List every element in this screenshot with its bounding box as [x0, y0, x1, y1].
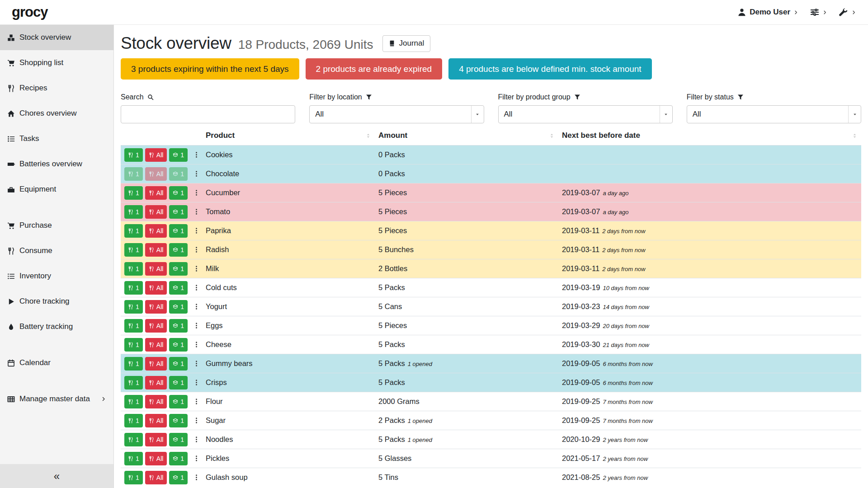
sidebar-item-chores-overview[interactable]: Chores overview [0, 101, 113, 126]
journal-button[interactable]: Journal [382, 35, 430, 52]
row-menu-button[interactable] [193, 341, 200, 348]
consume-one-button[interactable]: 1 [124, 433, 143, 446]
expired-alert-button[interactable]: 2 products are already expired [306, 58, 443, 80]
app-logo[interactable]: grocy [12, 4, 47, 20]
consume-all-button[interactable]: All [145, 281, 167, 295]
expiring-alert-button[interactable]: 3 products expiring within the next 5 da… [121, 58, 299, 80]
open-one-button[interactable]: 1 [169, 376, 188, 389]
row-menu-button[interactable] [193, 208, 200, 215]
row-menu-button[interactable] [193, 246, 200, 253]
row-menu-button[interactable] [193, 455, 200, 462]
consume-all-button[interactable]: All [145, 148, 167, 162]
consume-one-button[interactable]: 1 [124, 357, 143, 371]
row-menu-button[interactable] [193, 417, 200, 424]
settings-menu[interactable] [810, 8, 827, 17]
product-group-select[interactable]: All [498, 105, 673, 123]
consume-one-button[interactable]: 1 [124, 395, 143, 408]
consume-one-button[interactable]: 1 [124, 338, 143, 352]
sidebar-item-equipment[interactable]: Equipment [0, 177, 113, 202]
consume-one-button[interactable]: 1 [124, 300, 143, 314]
open-one-button[interactable]: 1 [169, 452, 188, 465]
open-one-button[interactable]: 1 [169, 205, 188, 219]
open-one-button[interactable]: 1 [169, 281, 188, 295]
open-one-button[interactable]: 1 [169, 262, 188, 276]
consume-all-button[interactable]: All [145, 243, 167, 257]
open-one-button[interactable]: 1 [169, 471, 188, 484]
open-one-button[interactable]: 1 [169, 338, 188, 352]
consume-all-button[interactable]: All [145, 357, 167, 371]
consume-one-button[interactable]: 1 [124, 148, 143, 162]
sidebar-item-chore-tracking[interactable]: Chore tracking [0, 289, 113, 314]
row-menu-button[interactable] [193, 303, 200, 310]
open-one-button[interactable]: 1 [169, 433, 188, 446]
consume-all-button[interactable]: All [145, 471, 167, 484]
open-one-button[interactable]: 1 [169, 186, 188, 200]
consume-one-button[interactable]: 1 [124, 471, 143, 484]
date-column-header[interactable]: Next best before date [558, 126, 861, 145]
consume-all-button[interactable]: All [145, 338, 167, 352]
sidebar-item-tasks[interactable]: Tasks [0, 126, 113, 151]
sidebar-item-stock-overview[interactable]: Stock overview [0, 25, 113, 50]
open-one-button[interactable]: 1 [169, 148, 188, 162]
sidebar-item-consume[interactable]: Consume [0, 238, 113, 263]
open-one-button[interactable]: 1 [169, 167, 188, 181]
consume-all-button[interactable]: All [145, 376, 167, 389]
row-menu-button[interactable] [193, 265, 200, 272]
consume-all-button[interactable]: All [145, 167, 167, 181]
consume-all-button[interactable]: All [145, 205, 167, 219]
consume-one-button[interactable]: 1 [124, 186, 143, 200]
open-one-button[interactable]: 1 [169, 224, 188, 238]
consume-one-button[interactable]: 1 [124, 376, 143, 389]
consume-all-button[interactable]: All [145, 414, 167, 427]
open-one-button[interactable]: 1 [169, 319, 188, 333]
sidebar-item-calendar[interactable]: Calendar [0, 350, 113, 375]
consume-one-button[interactable]: 1 [124, 452, 143, 465]
product-column-header[interactable]: Product [202, 126, 375, 145]
sidebar-item-battery-tracking[interactable]: Battery tracking [0, 314, 113, 339]
consume-one-button[interactable]: 1 [124, 262, 143, 276]
open-one-button[interactable]: 1 [169, 414, 188, 427]
consume-all-button[interactable]: All [145, 224, 167, 238]
location-select[interactable]: All [309, 105, 484, 123]
below-min-stock-alert-button[interactable]: 4 products are below defined min. stock … [448, 58, 651, 80]
row-menu-button[interactable] [193, 360, 200, 367]
sidebar-item-batteries-overview[interactable]: Batteries overview [0, 151, 113, 177]
consume-one-button[interactable]: 1 [124, 243, 143, 257]
open-one-button[interactable]: 1 [169, 357, 188, 371]
amount-column-header[interactable]: Amount [375, 126, 558, 145]
consume-one-button[interactable]: 1 [124, 281, 143, 295]
row-menu-button[interactable] [193, 151, 200, 158]
consume-all-button[interactable]: All [145, 186, 167, 200]
consume-all-button[interactable]: All [145, 262, 167, 276]
sidebar-item-manage-master-data[interactable]: Manage master data [0, 386, 113, 412]
row-menu-button[interactable] [193, 189, 200, 196]
consume-all-button[interactable]: All [145, 319, 167, 333]
row-menu-button[interactable] [193, 436, 200, 443]
sidebar-item-recipes[interactable]: Recipes [0, 75, 113, 101]
row-menu-button[interactable] [193, 474, 200, 481]
consume-one-button[interactable]: 1 [124, 224, 143, 238]
consume-one-button[interactable]: 1 [124, 319, 143, 333]
open-one-button[interactable]: 1 [169, 395, 188, 408]
consume-one-button[interactable]: 1 [124, 205, 143, 219]
consume-all-button[interactable]: All [145, 433, 167, 446]
sidebar-item-shopping-list[interactable]: Shopping list [0, 50, 113, 75]
sidebar-item-inventory[interactable]: Inventory [0, 263, 113, 289]
sidebar-item-purchase[interactable]: Purchase [0, 213, 113, 238]
open-one-button[interactable]: 1 [169, 300, 188, 314]
row-menu-button[interactable] [193, 284, 200, 291]
row-menu-button[interactable] [193, 379, 200, 386]
row-menu-button[interactable] [193, 322, 200, 329]
admin-menu[interactable] [839, 8, 856, 17]
collapse-sidebar-button[interactable]: « [0, 464, 113, 488]
consume-all-button[interactable]: All [145, 452, 167, 465]
consume-all-button[interactable]: All [145, 300, 167, 314]
user-menu[interactable]: Demo User [737, 8, 798, 17]
open-one-button[interactable]: 1 [169, 243, 188, 257]
consume-all-button[interactable]: All [145, 395, 167, 408]
row-menu-button[interactable] [193, 227, 200, 234]
consume-one-button[interactable]: 1 [124, 414, 143, 427]
status-select[interactable]: All [687, 105, 861, 123]
consume-one-button[interactable]: 1 [124, 167, 143, 181]
row-menu-button[interactable] [193, 398, 200, 405]
